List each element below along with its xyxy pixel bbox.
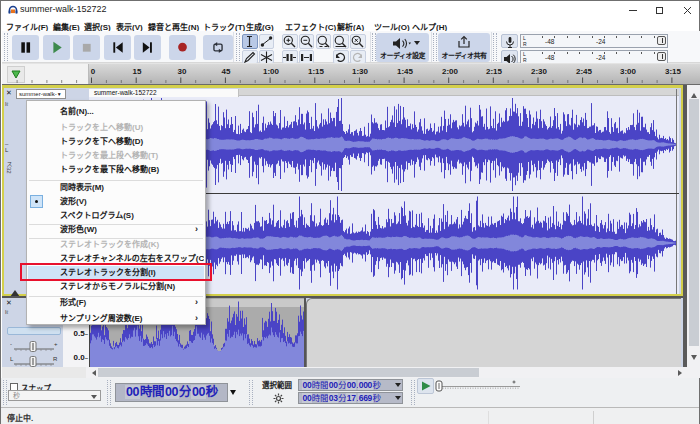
svg-text:+: + — [54, 341, 58, 347]
svg-text:R: R — [53, 356, 58, 362]
svg-text:L: L — [10, 356, 14, 362]
svg-text:-: - — [10, 341, 12, 347]
